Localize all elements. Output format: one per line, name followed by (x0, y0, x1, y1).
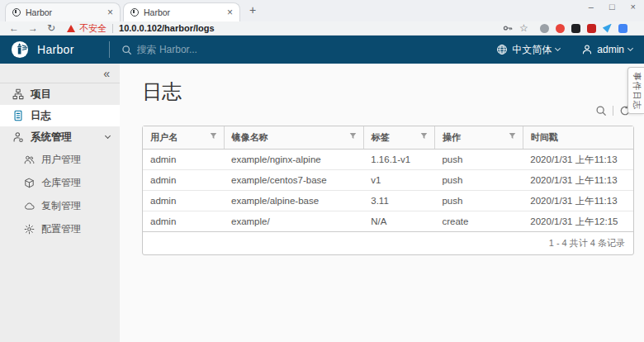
search-icon[interactable] (595, 105, 607, 116)
extension-icon[interactable] (618, 24, 627, 33)
sidebar-item-user-management[interactable]: 用户管理 (0, 148, 120, 171)
table-cell: admin (143, 150, 224, 170)
security-warning-label[interactable]: 不安全 (79, 22, 107, 35)
bookmark-star-icon[interactable]: ☆ (519, 23, 528, 33)
sidebar-item-registry-management[interactable]: 仓库管理 (0, 171, 120, 194)
reload-button[interactable]: ↻ (47, 23, 55, 33)
organization-icon (12, 88, 24, 100)
administrator-icon (12, 131, 24, 143)
filter-icon[interactable] (349, 132, 357, 140)
log-table-card: 用户名 镜像名称 标签 (142, 126, 634, 255)
window-minimize-button[interactable]: – (589, 2, 594, 12)
event-log-tab-label: 事件日志 (631, 72, 642, 110)
language-selector[interactable]: 中文简体 (496, 43, 560, 57)
harbor-logo-icon[interactable] (11, 40, 29, 59)
table-cell: push (434, 170, 523, 191)
table-cell: 3.11 (363, 191, 434, 211)
replication-cloud-icon (24, 201, 35, 211)
extension-icon[interactable] (540, 24, 549, 33)
extension-icon[interactable] (571, 24, 580, 33)
table-cell: push (434, 150, 523, 170)
sidebar-item-label: 复制管理 (41, 199, 81, 213)
table-cell: push (434, 191, 523, 211)
browser-tabstrip: Harbor × Harbor × + – □ × (0, 0, 644, 21)
address-bar[interactable]: 不安全 10.0.0.102/harbor/logs (67, 22, 480, 35)
table-cell: create (434, 211, 523, 232)
sidebar-item-label: 用户管理 (41, 153, 81, 167)
table-cell: 2020/1/31 上午11:13 (523, 191, 633, 211)
browser-toolbar: ← → ↻ 不安全 10.0.0.102/harbor/logs ☆ ⋮ (0, 21, 644, 36)
table-cell: example/ (224, 211, 363, 232)
table-actions (595, 105, 631, 116)
column-header-operation: 操作 (434, 126, 523, 150)
extension-icon[interactable] (603, 24, 612, 33)
sidebar-item-label: 仓库管理 (41, 176, 81, 190)
url-text[interactable]: 10.0.0.102/harbor/logs (119, 23, 215, 33)
sidebar-item-configuration[interactable]: 配置管理 (0, 217, 120, 240)
window-close-button[interactable]: × (631, 2, 636, 12)
tab-close-icon[interactable]: × (107, 7, 113, 18)
table-row: adminexample/centos7-basev1push2020/1/31… (143, 170, 633, 191)
extension-pdf-icon[interactable] (587, 24, 596, 33)
column-header-username: 用户名 (143, 126, 224, 150)
window-controls: – □ × (589, 2, 636, 12)
table-cell: 2020/1/31 上午11:13 (523, 170, 633, 191)
user-menu[interactable]: admin (581, 44, 632, 55)
extensions-row (540, 24, 627, 33)
sidebar-item-projects[interactable]: 项目 (0, 83, 120, 105)
search-input[interactable] (137, 44, 302, 55)
table-cell: 2020/1/31 上午11:13 (523, 150, 633, 170)
password-key-icon[interactable] (503, 23, 513, 33)
user-label: admin (597, 44, 624, 55)
filter-icon[interactable] (210, 132, 217, 140)
sidebar-item-system-admin[interactable]: 系统管理 (0, 126, 120, 148)
tab-title: Harbor (26, 7, 102, 17)
omnibox-icons: ☆ (503, 23, 528, 33)
browser-tab-2[interactable]: Harbor × (123, 2, 240, 21)
security-warning-icon (67, 25, 75, 32)
sidebar: « 项目 日志 (0, 64, 120, 342)
table-row: adminexample/N/Acreate2020/1/31 上午12:15 (143, 211, 633, 232)
globe-icon (496, 44, 508, 55)
table-cell: v1 (363, 170, 434, 191)
column-header-tag: 标签 (363, 126, 434, 150)
chevron-down-icon (627, 45, 633, 51)
chevron-down-icon (555, 45, 561, 51)
main-content: 日志 用户名 (120, 64, 644, 342)
table-cell: example/alpine-base (224, 191, 363, 211)
chevron-down-icon (105, 133, 111, 139)
header-right: 中文简体 admin (496, 43, 632, 57)
table-cell: 1.16.1-v1 (363, 150, 434, 170)
sidebar-item-replication-management[interactable]: 复制管理 (0, 194, 120, 217)
browser-tab-1[interactable]: Harbor × (5, 2, 121, 21)
column-header-image-name: 镜像名称 (224, 126, 363, 150)
filter-icon[interactable] (420, 132, 428, 140)
screen: Harbor × Harbor × + – □ × ← → ↻ 不安全 10.0… (0, 0, 644, 342)
global-search (121, 44, 302, 55)
filter-icon[interactable] (509, 132, 516, 140)
back-button[interactable]: ← (9, 23, 19, 33)
sidebar-item-label: 配置管理 (41, 222, 81, 236)
log-table-body: adminexample/nginx-alpine1.16.1-v1push20… (143, 150, 633, 232)
sidebar-collapse-button[interactable]: « (103, 68, 110, 79)
url-separator (112, 24, 113, 33)
forward-button[interactable]: → (28, 23, 38, 33)
log-icon (12, 110, 24, 121)
sidebar-item-label: 系统管理 (31, 131, 72, 145)
gear-icon (24, 224, 35, 235)
new-tab-button[interactable]: + (249, 3, 256, 17)
table-row: adminexample/nginx-alpine1.16.1-v1push20… (143, 150, 633, 170)
tab-close-icon[interactable]: × (227, 7, 233, 18)
search-icon (121, 45, 132, 55)
table-header-row: 用户名 镜像名称 标签 (143, 126, 633, 150)
sidebar-item-logs[interactable]: 日志 (0, 105, 120, 126)
column-header-timestamp: 时间戳 (523, 126, 633, 150)
language-label: 中文简体 (512, 43, 552, 57)
harbor-brand[interactable]: Harbor (37, 43, 74, 56)
record-count: 1 - 4 共计 4 条记录 (143, 231, 633, 254)
sidebar-collapse-row: « (0, 64, 120, 83)
extension-icon[interactable] (556, 24, 565, 33)
table-row: adminexample/alpine-base3.11push2020/1/3… (143, 191, 633, 211)
event-log-tab[interactable]: 事件日志 (627, 67, 644, 114)
window-maximize-button[interactable]: □ (609, 2, 615, 12)
